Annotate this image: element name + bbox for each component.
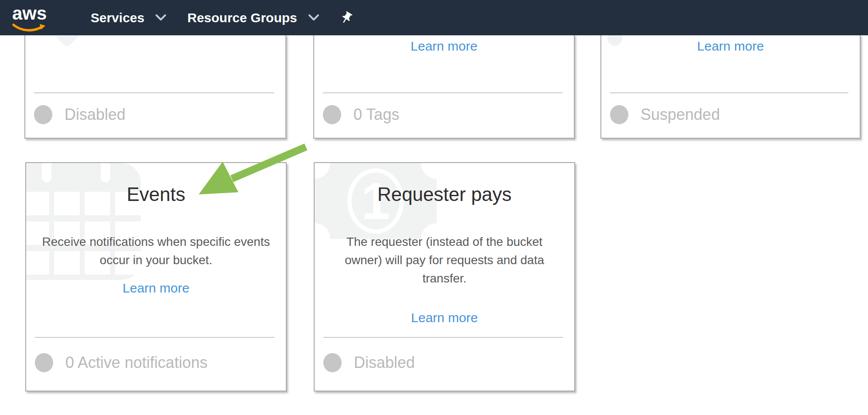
card-divider xyxy=(35,337,275,338)
pushpin-icon[interactable] xyxy=(336,8,356,28)
s3-properties-page: aws Services Resource Groups xyxy=(0,0,868,415)
requester-pays-card[interactable]: 1 Requester pays The requester (instead … xyxy=(314,162,575,391)
requester-pays-card-title: Requester pays xyxy=(315,182,574,207)
card-status-row: Disabled xyxy=(323,351,570,374)
nav-item-services[interactable]: Services xyxy=(91,0,166,35)
learn-more-link[interactable]: Learn more xyxy=(314,39,574,54)
events-card-description: Receive notifications when specific even… xyxy=(26,233,286,269)
events-card[interactable]: Events Receive notifications when specif… xyxy=(25,162,287,391)
card-status-row: Disabled xyxy=(34,103,281,126)
aws-logo-text: aws xyxy=(12,3,47,24)
status-circle-icon xyxy=(323,353,342,372)
status-label: 0 Tags xyxy=(353,105,399,124)
nav-item-resource-groups[interactable]: Resource Groups xyxy=(187,0,319,35)
card-divider xyxy=(34,92,274,93)
requester-pays-card-description: The requester (instead of the bucket own… xyxy=(315,233,574,288)
clipped-icon-remnant xyxy=(51,34,83,48)
status-circle-icon xyxy=(35,353,53,372)
status-circle-icon xyxy=(323,105,341,124)
nav-services-label: Services xyxy=(91,10,144,25)
learn-more-link[interactable]: Learn more xyxy=(601,39,860,54)
events-card-title: Events xyxy=(26,182,286,207)
learn-more-link[interactable]: Learn more xyxy=(26,281,286,296)
learn-more-link[interactable]: Learn more xyxy=(315,310,574,325)
property-card-clipped-1[interactable]: Disabled xyxy=(24,34,286,139)
card-divider xyxy=(323,92,563,93)
card-status-row: Suspended xyxy=(610,103,855,126)
card-status-row: 0 Tags xyxy=(323,103,570,126)
aws-logo[interactable]: aws xyxy=(11,3,51,32)
status-label: 0 Active notifications xyxy=(65,354,207,372)
card-divider xyxy=(610,92,848,93)
chevron-down-icon xyxy=(156,14,166,21)
card-divider xyxy=(323,337,563,338)
status-label: Disabled xyxy=(354,354,415,372)
property-card-clipped-2[interactable]: Learn more 0 Tags xyxy=(313,34,575,139)
card-status-row: 0 Active notifications xyxy=(35,351,281,374)
status-label: Suspended xyxy=(641,105,720,124)
amazon-smile-icon xyxy=(12,24,47,33)
status-circle-icon xyxy=(610,105,628,124)
chevron-down-icon xyxy=(309,14,319,21)
status-label: Disabled xyxy=(64,105,125,124)
status-circle-icon xyxy=(34,105,52,124)
aws-navbar: aws Services Resource Groups xyxy=(0,0,868,35)
property-card-clipped-3[interactable]: Learn more Suspended xyxy=(600,34,861,139)
nav-resource-groups-label: Resource Groups xyxy=(187,10,297,25)
